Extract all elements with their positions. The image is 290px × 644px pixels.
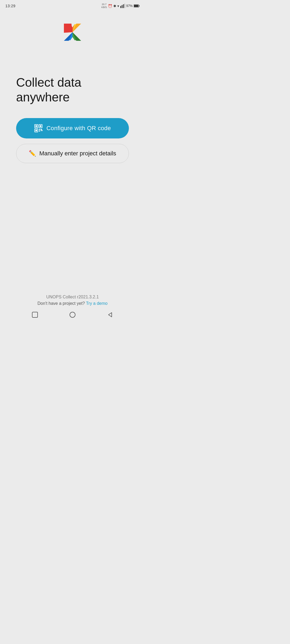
svg-rect-29 xyxy=(32,312,38,317)
svg-point-30 xyxy=(70,312,75,317)
svg-rect-0 xyxy=(120,6,121,8)
circle-icon xyxy=(69,311,76,319)
bluetooth-icon: ✱ xyxy=(113,4,116,8)
pencil-icon: ✏️ xyxy=(29,150,36,157)
svg-marker-31 xyxy=(108,313,112,317)
status-bar: 13:29 20.7 KB/S ⏰ ✱ ▾ 97% xyxy=(0,0,145,11)
svg-rect-6 xyxy=(134,5,138,7)
svg-rect-2 xyxy=(123,4,124,8)
nav-back-button[interactable] xyxy=(105,309,115,320)
battery-percent: 97% xyxy=(126,4,133,8)
nav-bar xyxy=(0,307,145,322)
wifi-icon: ▾ xyxy=(117,4,119,8)
svg-rect-23 xyxy=(35,130,37,131)
signal-icon xyxy=(120,4,125,8)
status-icons: 20.7 KB/S ⏰ ✱ ▾ 97% xyxy=(101,3,140,9)
battery-icon xyxy=(134,4,140,8)
square-icon xyxy=(31,311,39,319)
status-time: 13:29 xyxy=(5,4,16,8)
demo-static-text: Don't have a project yet? xyxy=(38,301,85,306)
try-demo-link[interactable]: Try a demo xyxy=(86,301,107,306)
configure-qr-label: Configure with QR code xyxy=(46,125,111,132)
qr-icon xyxy=(34,124,43,133)
svg-rect-26 xyxy=(39,130,40,131)
triangle-icon xyxy=(106,311,114,319)
headline: Collect data anywhere xyxy=(16,75,129,105)
svg-rect-24 xyxy=(39,129,40,130)
svg-rect-1 xyxy=(122,5,122,8)
manual-entry-button[interactable]: ✏️ Manually enter project details xyxy=(16,144,129,163)
manual-entry-label: Manually enter project details xyxy=(39,150,116,157)
nav-home-button[interactable] xyxy=(67,309,78,320)
main-content: Collect data anywhere Configure with QR … xyxy=(0,75,145,163)
svg-rect-19 xyxy=(35,125,37,127)
logo-container xyxy=(0,21,145,43)
svg-rect-3 xyxy=(124,4,125,8)
footer: UNOPS Collect r2021.3.2.1 Don't have a p… xyxy=(0,295,145,306)
svg-rect-5 xyxy=(139,5,140,7)
nav-square-button[interactable] xyxy=(30,309,40,320)
demo-line: Don't have a project yet? Try a demo xyxy=(0,301,145,306)
alarm-icon: ⏰ xyxy=(108,4,112,8)
svg-rect-28 xyxy=(42,129,42,131)
svg-rect-25 xyxy=(41,129,42,130)
configure-qr-button[interactable]: Configure with QR code xyxy=(16,118,129,138)
network-speed: 20.7 KB/S xyxy=(101,3,107,9)
app-logo xyxy=(62,21,83,43)
svg-rect-21 xyxy=(40,125,41,127)
version-text: UNOPS Collect r2021.3.2.1 xyxy=(0,295,145,299)
